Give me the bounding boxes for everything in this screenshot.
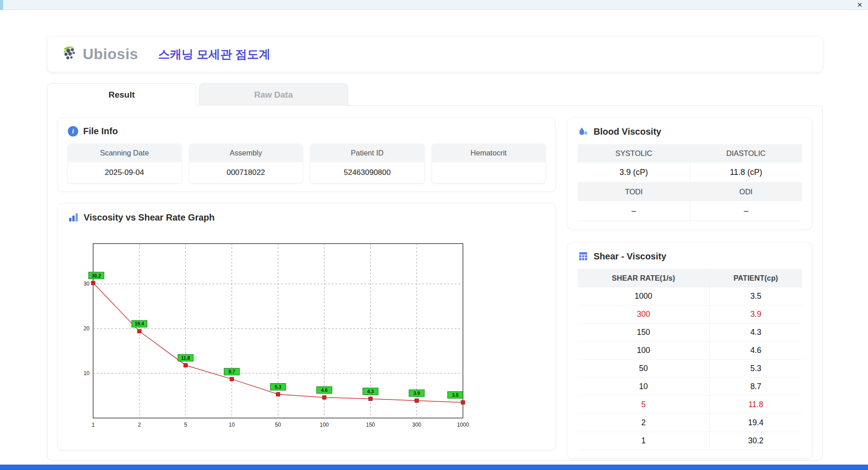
shear-rate-cell: 10 <box>578 378 709 396</box>
bv-header-cell: ODI <box>690 183 802 201</box>
file-info-card: i File Info Scanning Date2025-09-04Assem… <box>57 118 556 192</box>
app-page: Ubiosis 스캐닝 모세관 점도계 Result Raw Data i Fi… <box>0 10 868 465</box>
field-value: 52463090800 <box>311 162 424 183</box>
patient-viscosity-cell: 11.8 <box>709 396 802 414</box>
field-label: Hematocrit <box>432 144 546 162</box>
file-info-field: Hematocrit <box>432 144 546 183</box>
svg-text:4.6: 4.6 <box>321 387 328 393</box>
file-info-header: i File Info <box>68 126 545 136</box>
patient-viscosity-cell: 5.3 <box>709 360 802 378</box>
svg-text:3.5: 3.5 <box>452 392 459 398</box>
graph-card: Viscosity vs Shear Rate Graph 1020301251… <box>57 203 556 450</box>
shear-table-row: 10003.5 <box>578 287 802 306</box>
svg-text:30.2: 30.2 <box>92 273 101 278</box>
shear-rate-cell: 1000 <box>578 287 709 306</box>
blood-viscosity-table: SYSTOLICDIASTOLIC3.9 (cP)11.8 (cP)TODIOD… <box>578 144 802 221</box>
ubiosis-logo-icon <box>61 44 81 64</box>
file-info-title: File Info <box>83 126 118 136</box>
tab-bar: Result Raw Data <box>47 83 823 106</box>
patient-viscosity-cell: 8.7 <box>709 378 802 396</box>
shear-rate-cell: 300 <box>578 306 709 324</box>
brand-logo: Ubiosis <box>61 44 138 64</box>
svg-text:2: 2 <box>138 422 141 428</box>
shear-table-row: 108.7 <box>578 378 802 396</box>
shear-rate-cell: 2 <box>578 414 709 432</box>
bv-value-row: 3.9 (cP)11.8 (cP) <box>578 163 802 183</box>
shear-rate-cell: 5 <box>578 396 709 414</box>
brand-name: Ubiosis <box>83 46 138 63</box>
svg-text:10: 10 <box>229 422 235 428</box>
svg-text:1000: 1000 <box>457 422 469 428</box>
bv-header-row: SYSTOLICDIASTOLIC <box>578 144 802 163</box>
patient-col-header: PATIENT(cp) <box>709 269 802 287</box>
patient-viscosity-cell: 3.9 <box>709 306 802 324</box>
bar-chart-icon <box>68 212 79 223</box>
shear-table-row: 3003.9 <box>578 306 802 324</box>
shear-viscosity-title: Shear - Viscosity <box>594 251 666 262</box>
bv-value-row: –– <box>578 201 802 221</box>
shear-table-row: 1504.3 <box>578 324 802 342</box>
table-grid-icon <box>578 251 589 262</box>
window-close-button[interactable]: ✕ <box>851 0 868 9</box>
shear-rate-cell: 150 <box>578 324 709 342</box>
tab-raw-data-label: Raw Data <box>254 90 293 100</box>
field-label: Patient ID <box>311 144 424 162</box>
patient-viscosity-cell: 3.5 <box>709 287 802 306</box>
field-value <box>432 162 546 182</box>
bottom-bar <box>0 465 868 470</box>
svg-text:3.9: 3.9 <box>413 390 420 396</box>
file-info-field: Scanning Date2025-09-04 <box>68 144 181 183</box>
shear-table-row: 219.4 <box>578 414 802 432</box>
patient-viscosity-cell: 19.4 <box>709 414 802 432</box>
bv-value-cell: – <box>690 201 802 221</box>
svg-text:300: 300 <box>412 422 421 428</box>
svg-text:5.3: 5.3 <box>275 384 282 390</box>
graph-header: Viscosity vs Shear Rate Graph <box>68 212 545 223</box>
patient-viscosity-cell: 4.3 <box>709 324 802 342</box>
viscosity-chart-area: 1020301251050100150300100030.219.411.88.… <box>68 230 545 436</box>
field-value: 2025-09-04 <box>68 162 181 183</box>
viscosity-chart: 1020301251050100150300100030.219.411.88.… <box>73 236 471 434</box>
shear-rate-cell: 100 <box>578 342 709 360</box>
svg-text:30: 30 <box>84 281 90 287</box>
file-info-field: Patient ID52463090800 <box>311 144 424 183</box>
bv-header-cell: SYSTOLIC <box>578 144 690 163</box>
field-label: Assembly <box>189 144 303 162</box>
svg-text:150: 150 <box>366 422 375 428</box>
window-titlebar: ✕ <box>0 0 868 10</box>
patient-viscosity-cell: 4.6 <box>709 342 802 360</box>
field-value: 000718022 <box>189 162 303 183</box>
tab-result-label: Result <box>108 90 135 100</box>
tab-result[interactable]: Result <box>47 83 196 106</box>
svg-text:11.8: 11.8 <box>181 355 190 361</box>
page-title: 스캐닝 모세관 점도계 <box>158 47 270 62</box>
shear-rate-cell: 1 <box>578 432 709 450</box>
shear-table-row: 1004.6 <box>578 342 802 360</box>
bv-value-cell: – <box>578 201 690 221</box>
svg-text:5: 5 <box>184 422 187 428</box>
shear-table-row: 130.2 <box>578 432 802 450</box>
shear-table-row: 505.3 <box>578 360 802 378</box>
shear-rate-cell: 50 <box>578 360 709 378</box>
shear-col-header: SHEAR RATE(1/s) <box>578 269 709 287</box>
tab-raw-data[interactable]: Raw Data <box>199 83 348 106</box>
shear-viscosity-header: Shear - Viscosity <box>578 251 802 262</box>
bv-value-cell: 3.9 (cP) <box>578 163 690 183</box>
window-edge-accent <box>0 0 3 10</box>
shear-table-row: 511.8 <box>578 396 802 414</box>
patient-viscosity-cell: 30.2 <box>709 432 802 450</box>
svg-text:20: 20 <box>84 325 90 332</box>
svg-text:100: 100 <box>320 422 329 428</box>
shear-viscosity-card: Shear - Viscosity SHEAR RATE(1/s) PATIEN… <box>567 242 812 459</box>
shear-viscosity-table: SHEAR RATE(1/s) PATIENT(cp) 10003.53003.… <box>578 269 802 450</box>
info-icon: i <box>68 126 78 136</box>
bv-header-row: TODIODI <box>578 183 802 201</box>
droplet-icon <box>578 126 589 137</box>
right-column: Blood Viscosity SYSTOLICDIASTOLIC3.9 (cP… <box>567 118 812 450</box>
blood-viscosity-card: Blood Viscosity SYSTOLICDIASTOLIC3.9 (cP… <box>567 118 812 230</box>
app-header: Ubiosis 스캐닝 모세관 점도계 <box>47 36 823 72</box>
svg-text:10: 10 <box>84 370 90 376</box>
graph-title: Viscosity vs Shear Rate Graph <box>84 212 215 223</box>
bv-value-cell: 11.8 (cP) <box>690 163 802 183</box>
bv-header-cell: TODI <box>578 183 690 201</box>
